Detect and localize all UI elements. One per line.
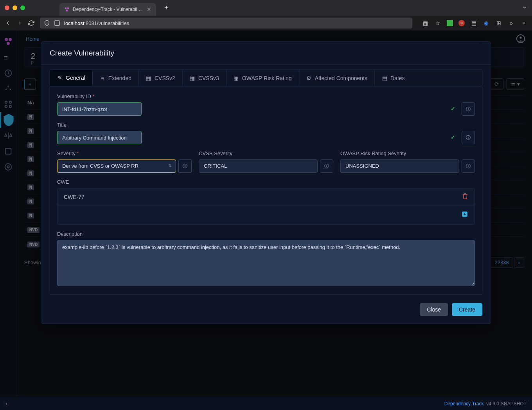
extension-grid-icon[interactable]: ▤ (470, 20, 477, 27)
tab-cvssv2[interactable]: ▦CVSSv2 (139, 70, 183, 86)
url-text: localhost:8081/vulnerabilities (64, 20, 129, 26)
title-label: Title (57, 122, 475, 128)
back-icon[interactable] (5, 20, 11, 26)
extension-puzzle-icon[interactable]: ⊞ (495, 20, 502, 27)
terminal-icon[interactable]: › (5, 400, 7, 407)
modal-title: Create Vulnerability (41, 42, 491, 65)
vuln-id-input[interactable] (57, 102, 142, 116)
info-icon[interactable]: ⓘ (462, 102, 475, 116)
site-info-icon[interactable] (54, 20, 60, 26)
svg-point-1 (67, 7, 69, 9)
cwe-row: CWE-77 (58, 188, 474, 206)
version-text: v4.9.0-SNAPSHOT (486, 401, 527, 406)
cvss-severity-label: CVSS Severity (199, 150, 333, 156)
tab-general[interactable]: ✎General (50, 70, 93, 86)
tab-close-icon[interactable]: ✕ (147, 6, 151, 13)
owasp-severity-field: UNASSIGNED (340, 159, 459, 173)
cwe-list: CWE-77 (57, 188, 475, 225)
status-bar: › Dependency-Track v4.9.0-SNAPSHOT (0, 397, 532, 410)
svg-point-0 (65, 7, 67, 9)
close-button[interactable]: Close (420, 303, 448, 316)
create-button[interactable]: Create (452, 303, 482, 316)
tab-icon: ⚙ (306, 75, 312, 81)
qr-icon[interactable]: ▦ (422, 20, 429, 27)
extension-circle-icon[interactable]: ◉ (483, 20, 490, 27)
tab-icon: ✎ (57, 75, 63, 81)
tab-icon: ▦ (190, 75, 195, 81)
check-icon: ✓ (451, 106, 455, 112)
modal-footer: Close Create (41, 303, 491, 324)
url-input[interactable]: localhost:8081/vulnerabilities (40, 18, 412, 29)
ublock-icon[interactable]: u (458, 20, 465, 26)
maximize-window-icon[interactable] (20, 5, 25, 10)
brand-link[interactable]: Dependency-Track (444, 401, 484, 406)
url-bar: localhost:8081/vulnerabilities ▦ ☆ u ▤ ◉… (0, 16, 532, 30)
minimize-window-icon[interactable] (13, 5, 17, 10)
overflow-icon[interactable]: » (508, 20, 515, 27)
severity-select[interactable]: Derive from CVSS or OWASP RR⇅ (57, 159, 176, 173)
tab-affected-components[interactable]: ⚙Affected Components (299, 70, 375, 86)
tab-owasp-risk-rating[interactable]: ▦OWASP Risk Rating (226, 70, 299, 86)
create-vulnerability-modal: Create Vulnerability ✎General≡Extended▦C… (41, 41, 491, 324)
plus-icon[interactable] (461, 211, 468, 220)
tab-title: Dependency-Track - Vulnerabil… (73, 7, 142, 12)
close-window-icon[interactable] (5, 5, 9, 10)
browser-tab[interactable]: Dependency-Track - Vulnerabil… ✕ (59, 3, 156, 16)
reload-icon[interactable] (28, 20, 34, 26)
modal-tabs: ✎General≡Extended▦CVSSv2▦CVSSv3▦OWASP Ri… (50, 70, 482, 86)
severity-label: Severity * (57, 150, 192, 156)
description-label: Description (57, 231, 475, 237)
description-textarea[interactable] (57, 240, 475, 286)
hamburger-icon[interactable]: ≡ (520, 20, 527, 27)
modal-form: Vulnerability ID * ✓ ⓘ Title ✓ ⓘ (50, 86, 482, 295)
cwe-label: CWE (57, 179, 475, 185)
cwe-add-row (58, 206, 474, 224)
tab-dates[interactable]: ▤Dates (375, 70, 412, 86)
cwe-value: CWE-77 (64, 194, 84, 200)
title-input[interactable] (57, 131, 142, 144)
tab-cvssv3[interactable]: ▦CVSSv3 (183, 70, 226, 86)
tab-extended[interactable]: ≡Extended (93, 70, 139, 86)
check-icon: ✓ (451, 134, 455, 140)
info-icon[interactable]: ⓘ (462, 159, 475, 173)
tabs-dropdown-icon[interactable] (522, 5, 527, 11)
browser-toolbar-icons: ▦ ☆ u ▤ ◉ ⊞ » ≡ (422, 20, 527, 27)
svg-rect-3 (55, 21, 59, 25)
bookmark-icon[interactable]: ☆ (434, 20, 441, 27)
cvss-severity-field: CRITICAL (199, 159, 318, 173)
extension-green-icon[interactable] (447, 20, 453, 26)
info-icon[interactable]: ⓘ (320, 159, 333, 173)
tab-icon: ≡ (100, 75, 105, 81)
traffic-lights (5, 5, 25, 10)
window-chrome: Dependency-Track - Vulnerabil… ✕ + (0, 0, 532, 16)
tab-icon: ▤ (382, 75, 387, 81)
owasp-severity-label: OWASP Risk Rating Severity (340, 150, 475, 156)
favicon-icon (64, 7, 70, 12)
vuln-id-label: Vulnerability ID * (57, 93, 475, 99)
tab-icon: ▦ (234, 75, 239, 81)
info-icon[interactable]: ⓘ (462, 131, 475, 144)
new-tab-icon[interactable]: + (165, 4, 169, 12)
shield-icon[interactable] (44, 20, 50, 26)
status-right: Dependency-Track v4.9.0-SNAPSHOT (444, 401, 527, 406)
tab-icon: ▦ (146, 75, 151, 81)
forward-icon[interactable] (16, 20, 23, 26)
info-icon[interactable]: ⓘ (178, 159, 192, 173)
svg-point-2 (66, 10, 68, 12)
trash-icon[interactable] (462, 193, 468, 201)
